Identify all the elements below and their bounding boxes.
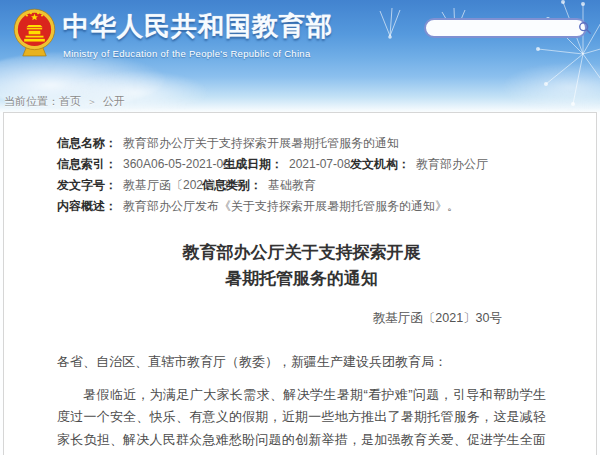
body-paragraph: 暑假临近，为满足广大家长需求、解决学生暑期“看护难”问题，引导和帮助学生度过一个… bbox=[57, 384, 546, 455]
meta-row-index: 信息索引：360A06-05-2021-0018-1生成日期：2021-07-0… bbox=[57, 154, 546, 175]
national-emblem-icon bbox=[12, 8, 57, 58]
meta-summary-value: 教育部办公厅发布《关于支持探索开展暑期托管服务的通知》。 bbox=[123, 199, 459, 213]
meta-name-label: 信息名称： bbox=[57, 136, 117, 150]
document-title-line2: 暑期托管服务的通知 bbox=[57, 266, 546, 292]
breadcrumb-link-gongkai[interactable]: 公开 bbox=[103, 95, 125, 107]
site-brand: 中华人民共和国教育部 Ministry of Education of the … bbox=[63, 9, 333, 59]
document-title-line1: 教育部办公厅关于支持探索开展 bbox=[57, 240, 546, 266]
meta-docno-label: 发文字号： bbox=[57, 178, 117, 192]
search-input[interactable] bbox=[436, 22, 578, 34]
meta-row-docno: 发文字号：教基厅函〔2021〕30号信息类别：基础教育 bbox=[57, 175, 546, 196]
breadcrumb-link-home[interactable]: 首页 bbox=[59, 95, 81, 107]
breadcrumb-prefix: 当前位置： bbox=[4, 95, 59, 107]
document-article: 教育部办公厅关于支持探索开展 暑期托管服务的通知 教基厅函〔2021〕30号 各… bbox=[57, 240, 546, 455]
meta-category-label: 信息类别： bbox=[202, 178, 262, 192]
meta-summary-label: 内容概述： bbox=[57, 199, 117, 213]
meta-row-summary: 内容概述：教育部办公厅发布《关于支持探索开展暑期托管服务的通知》。 bbox=[57, 196, 546, 217]
breadcrumb-separator: ＞ bbox=[87, 96, 97, 107]
search-icon[interactable] bbox=[578, 21, 592, 35]
salutation: 各省、自治区、直辖市教育厅（教委），新疆生产建设兵团教育局： bbox=[57, 351, 546, 373]
cloud-decoration bbox=[500, 62, 600, 112]
meta-date-value: 2021-07-08 bbox=[289, 157, 350, 171]
document-number: 教基厅函〔2021〕30号 bbox=[57, 310, 502, 327]
meta-date-label: 生成日期： bbox=[223, 157, 283, 171]
meta-index-label: 信息索引： bbox=[57, 157, 117, 171]
site-subtitle: Ministry of Education of the People's Re… bbox=[63, 48, 333, 59]
meta-row-name: 信息名称：教育部办公厅关于支持探索开展暑期托管服务的通知 bbox=[57, 133, 546, 154]
meta-agency-value: 教育部办公厅 bbox=[416, 157, 488, 171]
meta-category-value: 基础教育 bbox=[268, 178, 316, 192]
site-title: 中华人民共和国教育部 bbox=[63, 9, 333, 44]
document-title: 教育部办公厅关于支持探索开展 暑期托管服务的通知 bbox=[57, 240, 546, 293]
search-box[interactable] bbox=[424, 18, 587, 38]
meta-name-value: 教育部办公厅关于支持探索开展暑期托管服务的通知 bbox=[123, 136, 399, 150]
document-metadata: 信息名称：教育部办公厅关于支持探索开展暑期托管服务的通知 信息索引：360A06… bbox=[57, 133, 546, 217]
content-panel: 信息名称：教育部办公厅关于支持探索开展暑期托管服务的通知 信息索引：360A06… bbox=[3, 112, 597, 455]
breadcrumb: 当前位置：首页＞公开 bbox=[4, 94, 125, 109]
meta-agency-label: 发文机构： bbox=[350, 157, 410, 171]
